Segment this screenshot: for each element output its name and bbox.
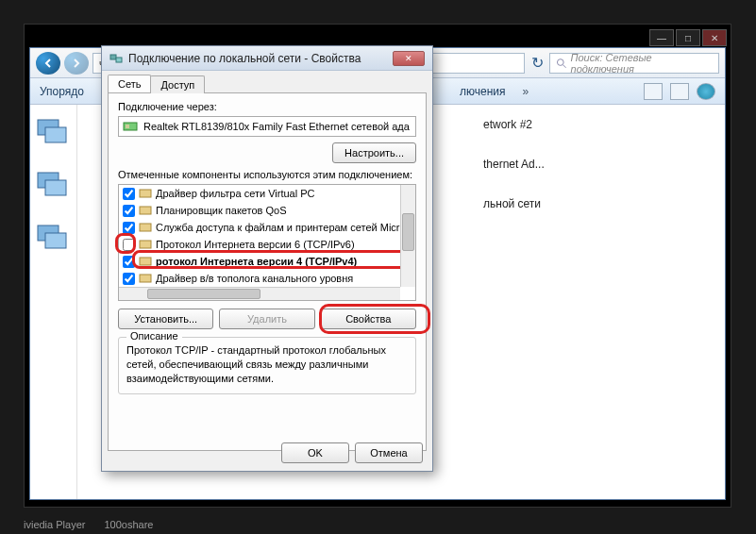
taskbar-item[interactable]: 100oshare [104, 519, 153, 530]
svg-rect-5 [45, 180, 66, 195]
svg-rect-8 [110, 55, 116, 59]
component-row[interactable]: Служба доступа к файлам и принтерам сете… [119, 219, 400, 236]
vertical-scrollbar[interactable] [400, 185, 415, 287]
svg-rect-13 [140, 207, 151, 214]
protocol-icon [139, 239, 152, 250]
component-label: Драйвер фильтра сети Virtual PC [156, 188, 314, 199]
svg-rect-11 [126, 125, 129, 128]
dialog-tabs: Сеть Доступ [102, 71, 432, 92]
dialog-titlebar[interactable]: Подключение по локальной сети - Свойства… [102, 46, 432, 71]
network-device-icon-2[interactable] [36, 167, 70, 197]
view-icon-1[interactable] [644, 83, 663, 100]
search-input[interactable]: Поиск: Сетевые подключения [549, 53, 719, 74]
protocol-icon [139, 256, 152, 267]
component-checkbox[interactable] [123, 222, 135, 234]
adapter-name: Realtek RTL8139/810x Family Fast Etherne… [143, 121, 410, 132]
back-button[interactable] [36, 52, 60, 75]
components-label: Отмеченные компоненты используются этим … [118, 169, 416, 180]
svg-rect-7 [45, 233, 66, 248]
component-row[interactable]: Драйвер в/в тополога канального уровня [119, 270, 400, 287]
protocol-icon [139, 273, 152, 284]
nic-icon [123, 120, 138, 133]
search-icon [556, 58, 567, 69]
svg-rect-3 [45, 127, 66, 142]
description-legend: Описание [126, 330, 182, 342]
svg-rect-16 [140, 258, 151, 265]
dialog-buttons: OK Отмена [281, 442, 423, 463]
list-item[interactable]: etwork #2 [483, 118, 715, 131]
component-checkbox[interactable] [123, 256, 135, 268]
cancel-button[interactable]: Отмена [355, 442, 423, 463]
taskbar: iviedia Player 100oshare [24, 519, 153, 530]
maximize-button[interactable]: □ [676, 29, 700, 46]
refresh-icon[interactable]: ↻ [529, 54, 546, 72]
connect-via-label: Подключение через: [118, 101, 416, 112]
view-icon-2[interactable] [670, 83, 689, 100]
component-row[interactable]: Драйвер фильтра сети Virtual PC [119, 185, 400, 202]
description-group: Описание Протокол TCP/IP - стандартный п… [118, 337, 416, 394]
minimize-button[interactable]: — [649, 29, 674, 46]
component-label: Драйвер в/в тополога канального уровня [156, 273, 353, 284]
svg-rect-14 [140, 224, 151, 231]
component-checkbox[interactable] [123, 239, 135, 251]
component-label: Протокол Интернета версии 6 (TCP/IPv6) [156, 239, 355, 250]
network-icon [109, 52, 123, 65]
svg-point-0 [557, 58, 563, 65]
component-label: ротокол Интернета версии 4 (TCP/IPv4) [156, 256, 357, 267]
sidebar [30, 105, 77, 499]
properties-dialog: Подключение по локальной сети - Свойства… [101, 45, 433, 472]
tab-panel-network: Подключение через: Realtek RTL8139/810x … [108, 92, 427, 451]
remove-button: Удалить [219, 309, 314, 329]
component-row[interactable]: Протокол Интернета версии 6 (TCP/IPv6) [119, 236, 400, 253]
network-device-icon-3[interactable] [36, 220, 70, 250]
svg-rect-12 [140, 190, 151, 197]
network-device-icon[interactable] [36, 114, 70, 144]
component-label: Планировщик пакетов QoS [156, 205, 287, 216]
install-button[interactable]: Установить... [118, 309, 213, 329]
component-row[interactable]: ротокол Интернета версии 4 (TCP/IPv4) [119, 253, 400, 270]
list-item[interactable]: льной сети [483, 197, 715, 210]
horizontal-scrollbar[interactable] [119, 287, 400, 300]
tab-network[interactable]: Сеть [108, 75, 151, 92]
dialog-close-button[interactable]: ✕ [393, 51, 425, 66]
help-icon[interactable] [697, 83, 715, 100]
tab-access[interactable]: Доступ [150, 75, 205, 93]
svg-rect-9 [116, 58, 122, 62]
list-item[interactable]: thernet Ad... [483, 158, 715, 171]
svg-rect-17 [140, 275, 151, 282]
component-row[interactable]: Планировщик пакетов QoS [119, 202, 400, 219]
configure-button[interactable]: Настроить... [332, 142, 416, 163]
forward-button[interactable] [64, 52, 89, 75]
ok-button[interactable]: OK [281, 442, 349, 463]
dialog-title: Подключение по локальной сети - Свойства [128, 52, 361, 65]
close-button[interactable]: ✕ [702, 29, 727, 46]
organize-menu[interactable]: Упорядо [40, 85, 84, 98]
component-label: Служба доступа к файлам и принтерам сете… [156, 222, 400, 233]
connections-label: лючения [460, 85, 506, 98]
protocol-icon [139, 205, 152, 216]
component-checkbox[interactable] [123, 188, 135, 200]
adapter-display: Realtek RTL8139/810x Family Fast Etherne… [118, 116, 416, 137]
svg-line-1 [563, 64, 566, 67]
components-listbox[interactable]: Драйвер фильтра сети Virtual PCПланировщ… [118, 184, 416, 301]
search-placeholder: Поиск: Сетевые подключения [571, 52, 713, 75]
component-checkbox[interactable] [123, 205, 135, 217]
protocol-icon [139, 222, 152, 233]
component-checkbox[interactable] [123, 273, 135, 285]
svg-rect-15 [140, 241, 151, 248]
scroll-thumb[interactable] [402, 213, 414, 251]
description-text: Протокол TCP/IP - стандартный протокол г… [126, 343, 408, 386]
taskbar-item[interactable]: iviedia Player [24, 519, 85, 530]
scroll-thumb-h[interactable] [147, 289, 260, 299]
protocol-icon [139, 188, 152, 199]
properties-button[interactable]: Свойства [321, 309, 416, 329]
